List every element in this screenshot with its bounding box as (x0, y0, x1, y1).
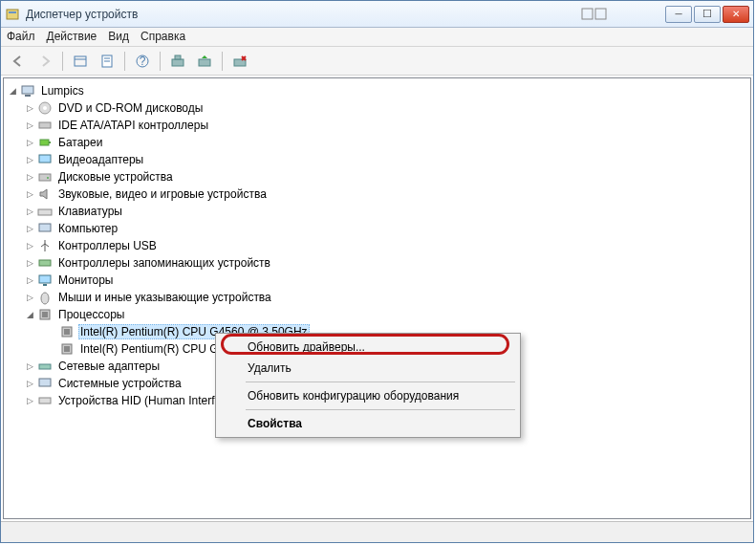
network-adapter-icon (37, 359, 53, 374)
minimize-button[interactable]: ─ (665, 6, 692, 23)
context-menu-update-drivers[interactable]: Обновить драйверы... (219, 337, 517, 358)
svg-rect-12 (175, 55, 181, 59)
expand-icon[interactable]: ▷ (25, 275, 35, 286)
show-hide-button[interactable] (69, 51, 92, 72)
expand-icon[interactable]: ▷ (25, 258, 35, 269)
collapse-icon[interactable]: ◢ (8, 86, 18, 97)
expand-icon[interactable]: ▷ (25, 396, 35, 406)
svg-rect-39 (39, 364, 51, 369)
toolbar: ? (1, 47, 753, 76)
svg-rect-17 (22, 86, 33, 94)
expand-icon[interactable]: ▷ (25, 138, 35, 148)
svg-rect-25 (39, 174, 51, 181)
hid-icon (37, 393, 53, 408)
svg-rect-14 (234, 59, 246, 66)
menu-separator (246, 409, 515, 410)
expand-icon[interactable]: ▷ (25, 207, 35, 217)
toolbar-separator (222, 52, 223, 71)
context-menu-rescan[interactable]: Обновить конфигурацию оборудования (219, 385, 517, 406)
optical-drive-icon (37, 100, 53, 116)
tree-category[interactable]: ▷Мониторы (4, 272, 750, 289)
svg-rect-11 (172, 59, 184, 66)
help-button[interactable]: ? (131, 51, 154, 72)
expand-icon[interactable]: ▷ (25, 224, 35, 234)
tree-category[interactable]: ▷Батареи (4, 134, 750, 151)
expand-icon[interactable]: ▷ (25, 379, 35, 389)
svg-rect-27 (38, 209, 52, 215)
tree-category[interactable]: ▷Контроллеры USB (4, 237, 750, 254)
tree-category[interactable]: ▷Компьютер (4, 220, 750, 237)
expand-icon[interactable]: ▷ (25, 172, 35, 183)
context-menu-properties[interactable]: Свойства (219, 413, 517, 434)
tree-category[interactable]: ▷DVD и CD-ROM дисководы (4, 99, 750, 117)
svg-rect-1 (9, 11, 16, 13)
svg-rect-23 (49, 142, 51, 143)
uninstall-button[interactable] (228, 51, 251, 72)
context-menu-delete[interactable]: Удалить (219, 358, 517, 379)
expand-icon[interactable]: ▷ (25, 103, 35, 114)
tree-node-label: Звуковые, видео и игровые устройства (56, 186, 269, 202)
back-button[interactable] (7, 51, 30, 72)
menu-view[interactable]: Вид (108, 30, 129, 44)
svg-point-32 (41, 293, 49, 304)
expand-icon[interactable]: ▷ (25, 155, 35, 165)
expand-icon[interactable]: ▷ (25, 361, 35, 372)
scan-button[interactable] (166, 51, 189, 72)
svg-point-20 (43, 106, 47, 110)
tree-node-label: Компьютер (56, 221, 119, 236)
update-driver-button[interactable] (193, 51, 216, 72)
tree-node-label: Сетевые адаптеры (56, 359, 162, 374)
tree-category[interactable]: ▷IDE ATA/ATAPI контроллеры (4, 117, 750, 134)
tree-category[interactable]: ▷Звуковые, видео и игровые устройства (4, 185, 750, 203)
tree-node-label: Дисковые устройства (56, 169, 175, 185)
expand-icon[interactable]: ▷ (25, 189, 35, 200)
tree-root[interactable]: ◢ Lumpics (4, 82, 750, 99)
tree-category[interactable]: ▷Контроллеры запоминающих устройств (4, 254, 750, 272)
device-tree[interactable]: ◢ Lumpics ▷DVD и CD-ROM дисководы ▷IDE A… (3, 77, 751, 519)
disk-drive-icon (37, 169, 53, 185)
svg-rect-34 (42, 312, 48, 317)
menu-item-label: Свойства (248, 417, 302, 430)
tree-category-processors[interactable]: ◢Процессоры (4, 306, 750, 323)
processor-icon (59, 324, 75, 339)
svg-rect-24 (39, 155, 51, 163)
tree-node-label: Мониторы (56, 272, 115, 288)
mouse-icon (37, 290, 53, 305)
keyboard-icon (37, 204, 53, 219)
expand-icon[interactable]: ▷ (25, 241, 35, 251)
svg-rect-30 (39, 275, 51, 283)
window-title: Диспетчер устройств (26, 8, 581, 21)
svg-rect-2 (582, 9, 593, 19)
svg-rect-21 (39, 122, 51, 128)
menu-help[interactable]: Справка (140, 30, 185, 44)
tree-category[interactable]: ▷Видеоадаптеры (4, 151, 750, 168)
tree-node-label: Батареи (56, 135, 104, 150)
toolbar-separator (160, 52, 161, 71)
sound-icon (37, 186, 53, 202)
menu-action[interactable]: Действие (47, 30, 97, 44)
svg-rect-3 (595, 9, 606, 19)
properties-button[interactable] (96, 51, 119, 72)
expand-icon[interactable]: ▷ (25, 293, 35, 303)
collapse-icon[interactable]: ◢ (25, 310, 35, 320)
monitor-icon (37, 272, 53, 288)
tree-node-label: Мыши и иные указывающие устройства (56, 290, 273, 305)
tree-category[interactable]: ▷Клавиатуры (4, 203, 750, 220)
window-thumb-icon (581, 8, 608, 21)
toolbar-separator (62, 52, 63, 71)
close-button[interactable]: ✕ (723, 6, 749, 23)
ide-controller-icon (37, 118, 53, 133)
svg-text:?: ? (140, 54, 146, 68)
forward-button[interactable] (33, 51, 56, 72)
svg-point-26 (47, 177, 49, 179)
menu-item-label: Обновить драйверы... (248, 340, 365, 354)
tree-category[interactable]: ▷Дисковые устройства (4, 168, 750, 185)
device-manager-window: Диспетчер устройств ─ ☐ ✕ Файл Действие … (0, 0, 754, 543)
expand-icon[interactable]: ▷ (25, 120, 35, 131)
svg-rect-13 (199, 59, 210, 66)
tree-category[interactable]: ▷Мыши и иные указывающие устройства (4, 289, 750, 306)
processor-icon (59, 341, 75, 357)
menu-file[interactable]: Файл (7, 30, 35, 44)
toolbar-separator (124, 52, 125, 71)
maximize-button[interactable]: ☐ (694, 6, 721, 23)
